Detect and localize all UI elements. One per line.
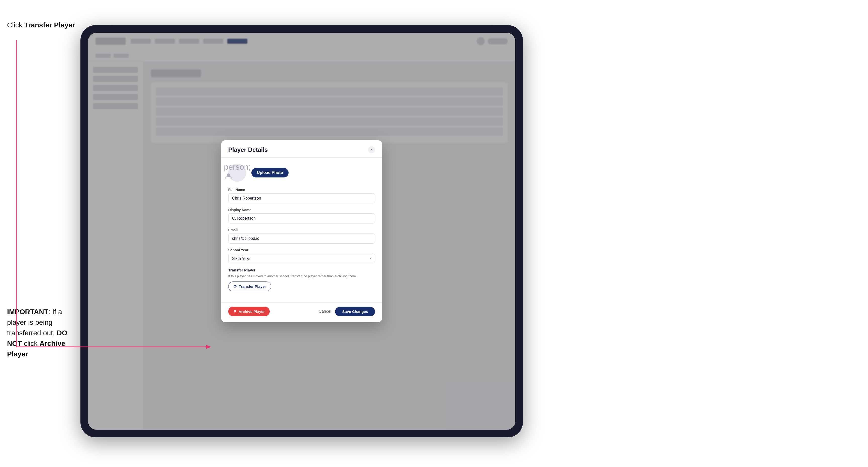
player-details-modal: Player Details × person; xyxy=(221,140,382,322)
display-name-label: Display Name xyxy=(228,208,375,212)
important-suffix: click xyxy=(22,340,39,347)
modal-overlay: Player Details × person; xyxy=(88,33,515,430)
important-bold: IMPORTANT xyxy=(7,308,48,316)
display-name-group: Display Name xyxy=(228,208,375,223)
avatar-circle: person; xyxy=(228,164,246,182)
archive-button-label: Archive Player xyxy=(239,309,265,314)
click-transfer-bold: Transfer Player xyxy=(24,21,75,29)
tablet-screen: Player Details × person; xyxy=(88,33,515,430)
instruction-area: Click Transfer Player xyxy=(7,20,78,30)
school-year-select-wrapper: First Year Second Year Third Year Fourth… xyxy=(228,254,375,263)
modal-footer: ⚑ Archive Player Cancel Save Changes xyxy=(221,302,382,322)
full-name-label: Full Name xyxy=(228,188,375,192)
email-input[interactable] xyxy=(228,234,375,244)
transfer-player-section: Transfer Player If this player has moved… xyxy=(228,268,375,291)
school-year-group: School Year First Year Second Year Third… xyxy=(228,248,375,263)
transfer-player-description: If this player has moved to another scho… xyxy=(228,274,375,279)
full-name-group: Full Name xyxy=(228,188,375,203)
school-year-label: School Year xyxy=(228,248,375,252)
tablet-device: Player Details × person; xyxy=(81,25,523,437)
school-year-select[interactable]: First Year Second Year Third Year Fourth… xyxy=(228,254,375,263)
transfer-player-label: Transfer Player xyxy=(228,268,375,272)
archive-icon: ⚑ xyxy=(233,309,237,314)
email-group: Email xyxy=(228,228,375,244)
footer-right-actions: Cancel Save Changes xyxy=(319,307,375,316)
upload-photo-button[interactable]: Upload Photo xyxy=(251,168,288,178)
modal-header: Player Details × xyxy=(221,140,382,158)
transfer-player-button[interactable]: ⟳ Transfer Player xyxy=(228,281,271,291)
save-changes-button[interactable]: Save Changes xyxy=(335,307,375,316)
full-name-input[interactable] xyxy=(228,193,375,203)
important-instruction: IMPORTANT: If a player is being transfer… xyxy=(7,307,83,360)
cancel-button[interactable]: Cancel xyxy=(319,309,331,314)
archive-player-button[interactable]: ⚑ Archive Player xyxy=(228,307,270,316)
transfer-button-label: Transfer Player xyxy=(239,284,266,288)
modal-body: person; Upload Photo Full Name xyxy=(221,158,382,303)
modal-close-button[interactable]: × xyxy=(368,146,375,153)
avatar-icon: person; xyxy=(224,162,251,183)
transfer-icon: ⟳ xyxy=(234,284,237,289)
avatar-section: person; Upload Photo xyxy=(228,164,375,182)
click-instruction: Click Transfer Player xyxy=(7,20,78,30)
modal-title: Player Details xyxy=(228,146,268,153)
display-name-input[interactable] xyxy=(228,213,375,223)
email-label: Email xyxy=(228,228,375,232)
